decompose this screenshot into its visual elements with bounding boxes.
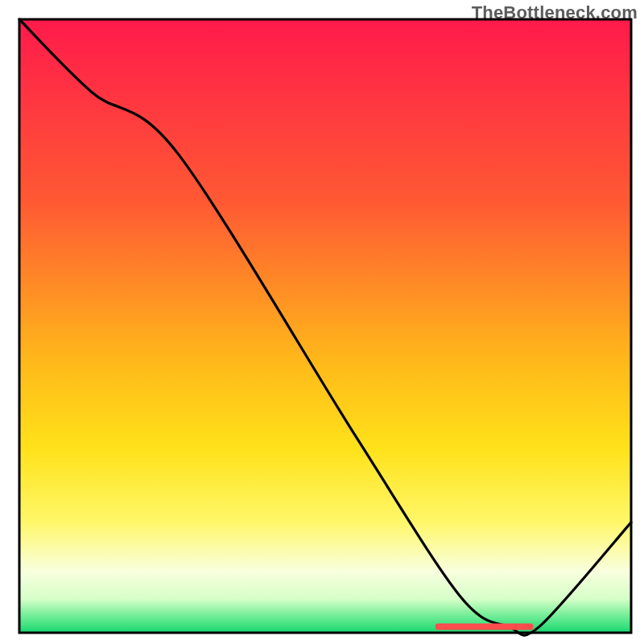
optimum-marker: [436, 623, 534, 630]
chart-svg: [0, 0, 644, 644]
plot-background: [19, 19, 631, 633]
chart-canvas: TheBottleneck.com: [0, 0, 644, 644]
